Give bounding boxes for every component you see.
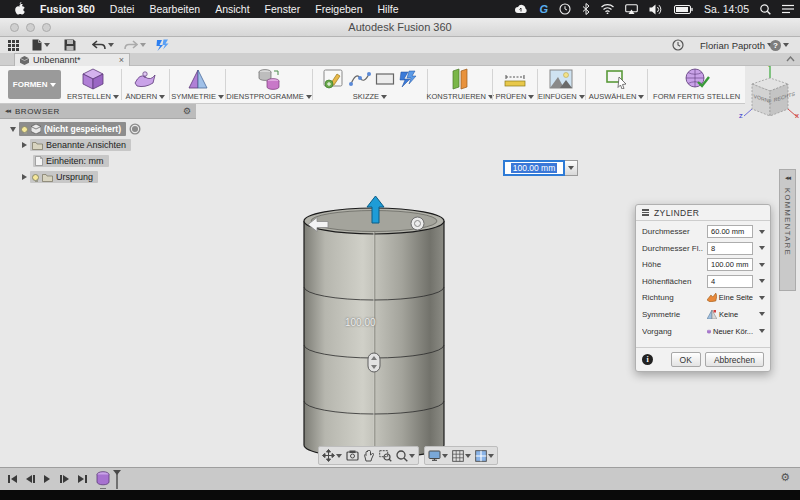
dropdown-caret-icon[interactable] (759, 246, 765, 250)
pan-hand-button[interactable] (363, 450, 375, 462)
dropdown-caret-icon[interactable] (759, 230, 765, 234)
timeline-step-back-button[interactable] (26, 473, 35, 485)
zoom-window-button[interactable] (379, 450, 392, 462)
comments-collapse-icon[interactable]: ◂◂ (785, 174, 790, 182)
symmetrie-select[interactable]: Keine (707, 308, 753, 321)
ribbon-group-auswaehlen[interactable]: AUSWÄHLEN (586, 66, 647, 103)
battery-icon[interactable] (674, 5, 693, 14)
dimension-dropdown-button[interactable] (565, 160, 578, 176)
menu-app-name[interactable]: Fusion 360 (40, 3, 95, 15)
job-status-button[interactable] (156, 38, 169, 52)
zoom-button[interactable] (396, 450, 415, 462)
collapsed-caret-icon[interactable] (22, 142, 27, 148)
cloud-sync-icon[interactable] (514, 4, 528, 14)
time-machine-icon[interactable] (559, 3, 571, 15)
display-settings-button[interactable] (428, 450, 448, 461)
dimension-drag-handle[interactable] (367, 352, 381, 373)
bluetooth-icon[interactable] (582, 3, 590, 15)
timeline-playhead-marker[interactable] (112, 469, 122, 490)
spotlight-search-icon[interactable] (760, 4, 771, 15)
help-button[interactable]: ? (770, 38, 789, 52)
extrude-arrow-manipulator[interactable] (366, 196, 385, 224)
browser-row-units[interactable]: Einheiten: mm (33, 154, 109, 168)
browser-row-origin[interactable]: Ursprung (22, 170, 98, 184)
redo-button[interactable] (124, 38, 146, 52)
menu-datei[interactable]: Datei (110, 3, 135, 15)
document-tab[interactable]: Unbenannt* × (14, 53, 130, 66)
radius-handle[interactable] (410, 216, 425, 231)
pan-orbit-button[interactable] (322, 449, 342, 462)
info-icon[interactable]: i (642, 354, 653, 365)
hoehenflaechen-input[interactable]: 4 (707, 275, 753, 288)
window-titlebar[interactable]: Autodesk Fusion 360 (0, 18, 800, 37)
app-grid-button[interactable] (8, 38, 19, 52)
tab-close-icon[interactable]: × (119, 55, 124, 65)
timeline-skip-end-button[interactable] (78, 473, 87, 485)
activate-radio-button[interactable] (129, 123, 141, 135)
viewcube[interactable]: Y Z X VORNE RECHTS (742, 64, 798, 134)
viewports-button[interactable] (475, 450, 494, 462)
browser-root-row[interactable]: (Nicht gespeichert) (10, 122, 141, 136)
ribbon-group-pruefen[interactable]: PRÜFEN (493, 66, 536, 103)
menubar-clock[interactable]: Sa. 14:05 (704, 3, 749, 15)
history-clock-button[interactable] (672, 38, 684, 52)
vorgang-select[interactable]: Neuer Kör... (707, 325, 753, 338)
expand-caret-icon[interactable] (10, 127, 16, 132)
volume-icon[interactable] (649, 4, 663, 15)
visibility-bulb-icon[interactable] (32, 174, 39, 181)
rotate-left-manipulator[interactable] (308, 217, 329, 232)
menu-fenster[interactable]: Fenster (265, 3, 301, 15)
visibility-bulb-icon[interactable] (21, 126, 28, 133)
dropdown-caret-icon[interactable] (759, 263, 765, 267)
ghub-icon[interactable]: G (539, 3, 548, 15)
wifi-icon[interactable] (601, 4, 614, 14)
dropdown-caret-icon[interactable] (759, 312, 765, 316)
look-at-button[interactable] (346, 450, 359, 461)
cylinder-model[interactable] (292, 198, 458, 464)
menu-bearbeiten[interactable]: Bearbeiten (149, 3, 200, 15)
timeline-play-button[interactable] (44, 473, 50, 485)
richtung-select[interactable]: Eine Seite (707, 291, 753, 304)
ribbon-group-form-fertig-stellen[interactable]: FORM FERTIG STELLEN (648, 66, 745, 103)
notification-center-icon[interactable] (782, 4, 794, 14)
collapse-ribbon-chevron-icon[interactable] (786, 56, 795, 62)
dropdown-caret-icon[interactable] (759, 296, 765, 300)
browser-gear-icon[interactable]: ⚙ (183, 107, 191, 116)
undo-button[interactable] (92, 38, 114, 52)
menu-hilfe[interactable]: Hilfe (378, 3, 399, 15)
browser-collapse-icon[interactable]: ◂◂ (5, 107, 10, 115)
formen-tab-button[interactable]: FORMEN (8, 70, 61, 99)
ok-button[interactable]: OK (671, 352, 701, 367)
dropdown-caret-icon[interactable] (759, 329, 765, 333)
timeline-cylinder-feature[interactable] (96, 471, 110, 486)
dropdown-caret-icon[interactable] (759, 279, 765, 283)
cancel-button[interactable]: Abbrechen (705, 352, 764, 367)
new-file-button[interactable] (32, 38, 50, 52)
dialog-header[interactable]: ZYLINDER (636, 205, 770, 221)
timeline-settings-gear-icon[interactable]: ⚙ (780, 472, 790, 483)
timeline-step-forward-button[interactable] (60, 473, 69, 485)
timeline-skip-start-button[interactable] (8, 473, 17, 485)
durchmesser-input[interactable]: 60.00 mm (707, 225, 753, 238)
menu-freigeben[interactable]: Freigeben (315, 3, 362, 15)
apple-menu[interactable] (14, 2, 25, 17)
grid-snaps-button[interactable] (452, 450, 471, 462)
ribbon-group-skizze[interactable]: SKIZZE (313, 66, 428, 103)
browser-panel-header[interactable]: ◂◂ BROWSER ⚙ (0, 104, 196, 119)
menu-ansicht[interactable]: Ansicht (215, 3, 249, 15)
ribbon-group-dienstprogramme[interactable]: DIENSTPROGRAMME (226, 66, 312, 103)
comments-panel-tab[interactable]: ◂◂ KOMMENTARE (779, 169, 796, 291)
ribbon-group-symmetrie[interactable]: SYMMETRIE (170, 66, 225, 103)
user-account-button[interactable]: Florian Paproth (700, 38, 773, 52)
ribbon-group-aendern[interactable]: ÄNDERN (122, 66, 169, 103)
ribbon-group-erstellen[interactable]: ERSTELLEN (65, 66, 120, 103)
airplay-display-icon[interactable] (625, 4, 638, 14)
collapsed-caret-icon[interactable] (22, 174, 27, 180)
browser-row-named-views[interactable]: Benannte Ansichten (22, 138, 131, 152)
durchmesser-flaechen-input[interactable]: 8 (707, 242, 753, 255)
ribbon-group-einfuegen[interactable]: EINFÜGEN (538, 66, 585, 103)
dimension-input[interactable]: 100.00 mm (503, 160, 565, 176)
ribbon-group-konstruieren[interactable]: KONSTRUIEREN (428, 66, 492, 103)
hoehe-input[interactable]: 100.00 mm (707, 258, 753, 271)
save-button[interactable] (64, 38, 76, 52)
